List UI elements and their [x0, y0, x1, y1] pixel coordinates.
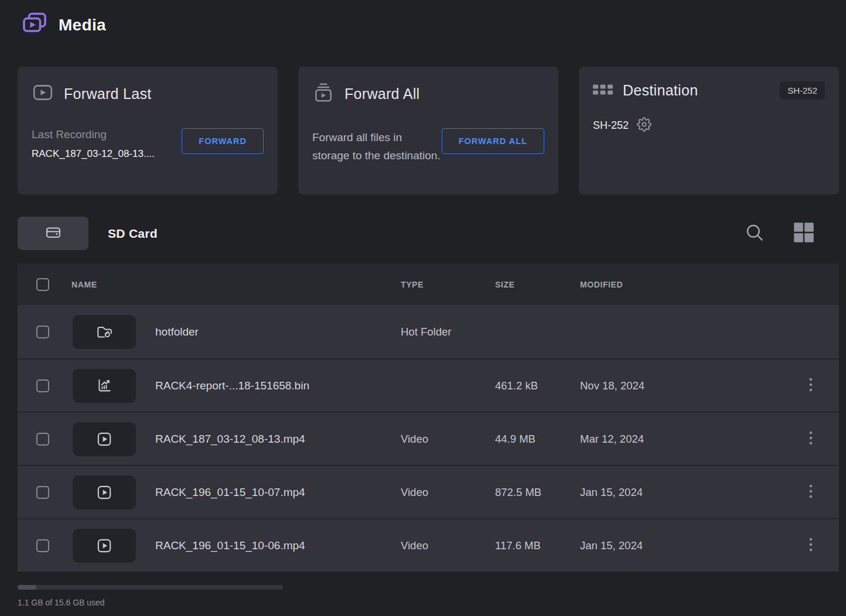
sd-card-tab[interactable] [18, 217, 88, 250]
file-table: NAME TYPE SIZE MODIFIED [18, 263, 839, 571]
table-row[interactable]: RACK4-report-...18-151658.bin 461.2 kB N… [18, 358, 839, 412]
table-row[interactable]: RACK_196_01-15_10-07.mp4 Video 872.5 MB … [18, 465, 839, 518]
file-name: RACK_187_03-12_08-13.mp4 [155, 433, 401, 446]
sd-slot-icon [45, 224, 62, 242]
card-title: Forward All [344, 85, 544, 102]
last-recording-info: Last Recording RACK_187_03-12_08-13.... [32, 128, 155, 160]
grid-dots-icon [593, 83, 613, 99]
destination-settings-button[interactable] [637, 117, 651, 134]
destination-card: Destination SH-252 SH-252 [579, 67, 839, 194]
file-type: Hot Folder [401, 326, 495, 338]
kebab-icon [809, 537, 813, 554]
file-name: RACK4-report-...18-151658.bin [155, 379, 401, 392]
file-size: 872.5 MB [495, 486, 580, 499]
report-chart-icon [95, 377, 113, 395]
kebab-icon [809, 377, 813, 394]
file-modified: Mar 12, 2024 [580, 433, 799, 446]
video-icon [95, 430, 113, 448]
action-cards: Forward Last Last Recording RACK_187_03-… [18, 67, 839, 194]
row-checkbox[interactable] [36, 433, 49, 446]
file-icon-tile [73, 422, 136, 456]
hot-folder-icon [95, 323, 113, 341]
page-header: Media [21, 11, 106, 40]
card-title: Forward Last [64, 85, 264, 102]
last-recording-label: Last Recording [32, 128, 155, 141]
storage-toolbar: SD Card [18, 217, 839, 250]
file-type: Video [401, 433, 495, 446]
forward-button[interactable]: FORWARD [182, 128, 264, 154]
row-menu-button[interactable] [799, 374, 823, 398]
video-icon [95, 537, 113, 555]
play-frame-icon [32, 81, 54, 106]
forward-all-icon [312, 81, 335, 106]
row-menu-button[interactable] [799, 480, 823, 504]
forward-all-button[interactable]: FORWARD ALL [442, 128, 544, 154]
media-icon [21, 11, 48, 40]
table-row[interactable]: RACK_196_01-15_10-06.mp4 Video 117.6 MB … [18, 518, 839, 571]
table-body: hotfolder Hot Folder [18, 305, 839, 571]
media-page: Media Forward Last Last Recording RACK_1… [0, 0, 846, 616]
forward-all-card: Forward All Forward all files in storage… [298, 67, 558, 194]
file-modified: Nov 18, 2024 [580, 379, 799, 392]
file-name: hotfolder [155, 326, 401, 338]
row-checkbox[interactable] [36, 486, 49, 499]
destination-name: SH-252 [593, 119, 629, 132]
card-title: Destination [623, 82, 770, 99]
file-icon-tile [73, 369, 136, 403]
file-type: Video [401, 539, 495, 552]
gear-icon [637, 117, 651, 134]
storage-usage-text: 1.1 GB of 15.6 GB used [18, 598, 105, 607]
select-all-checkbox[interactable] [36, 278, 49, 291]
table-row[interactable]: RACK_187_03-12_08-13.mp4 Video 44.9 MB M… [18, 412, 839, 465]
last-recording-filename: RACK_187_03-12_08-13.... [32, 148, 155, 160]
column-header-size: SIZE [495, 280, 580, 289]
table-row[interactable]: hotfolder Hot Folder [18, 305, 839, 358]
table-header: NAME TYPE SIZE MODIFIED [18, 263, 839, 305]
storage-title: SD Card [108, 227, 745, 241]
row-menu-button[interactable] [799, 533, 823, 557]
forward-last-card: Forward Last Last Recording RACK_187_03-… [18, 67, 278, 194]
grid-view-icon [793, 222, 814, 245]
kebab-icon [809, 484, 813, 501]
file-type: Video [401, 486, 495, 499]
file-size: 461.2 kB [495, 379, 580, 392]
destination-badge: SH-252 [780, 81, 825, 100]
file-icon-tile [73, 315, 136, 349]
file-modified: Jan 15, 2024 [580, 539, 799, 552]
kebab-icon [809, 430, 813, 447]
file-icon-tile [73, 529, 136, 563]
column-header-type: TYPE [401, 280, 495, 289]
search-icon [745, 223, 764, 244]
file-modified: Jan 15, 2024 [580, 486, 799, 499]
video-icon [95, 484, 113, 501]
file-size: 44.9 MB [495, 433, 580, 446]
page-title: Media [59, 16, 106, 35]
row-menu-button[interactable] [799, 427, 823, 451]
forward-all-description: Forward all files in storage to the dest… [312, 128, 442, 165]
file-name: RACK_196_01-15_10-07.mp4 [155, 486, 401, 499]
column-header-modified: MODIFIED [580, 280, 839, 289]
storage-usage-bar [18, 585, 283, 590]
row-checkbox[interactable] [36, 379, 49, 392]
search-button[interactable] [745, 223, 764, 244]
file-name: RACK_196_01-15_10-06.mp4 [155, 539, 401, 552]
column-header-name: NAME [71, 280, 401, 289]
file-icon-tile [73, 475, 136, 509]
file-size: 117.6 MB [495, 539, 580, 552]
row-checkbox[interactable] [36, 539, 49, 552]
grid-view-toggle[interactable] [793, 222, 814, 245]
storage-usage-fill [18, 585, 36, 590]
row-checkbox[interactable] [36, 326, 49, 338]
